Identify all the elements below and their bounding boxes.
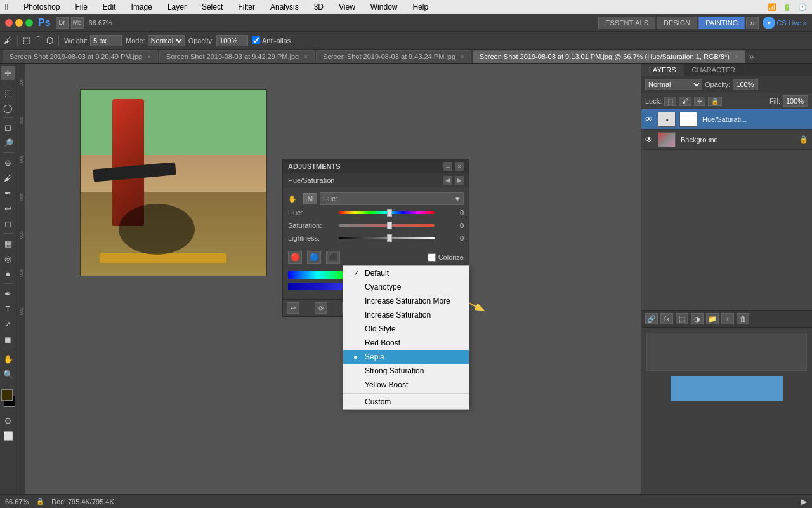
bridge-button[interactable]: Br [56, 17, 69, 29]
saturation-thumb[interactable] [387, 222, 392, 229]
layer-fx-button[interactable]: fx [660, 313, 673, 324]
clone-stamp-tool[interactable]: ✒ [1, 186, 15, 200]
hue-track[interactable] [339, 211, 435, 214]
lasso-tool[interactable]: ◯ [1, 101, 15, 115]
foreground-color-swatch[interactable] [1, 389, 13, 401]
tab-1[interactable]: Screen Shot 2019-08-03 at 9.20.49 PM.jpg… [3, 50, 158, 63]
workspace-design[interactable]: DESIGN [657, 17, 697, 29]
colorize-control[interactable]: Colorize [428, 253, 464, 262]
preset-dropdown-menu[interactable]: ✓ Default Cyanotype Increase Saturation … [343, 265, 469, 410]
eyedropper-2-button[interactable]: 🔵 [307, 251, 321, 264]
workspace-more-button[interactable]: ›› [746, 17, 759, 29]
anti-alias-checkbox[interactable] [252, 36, 260, 44]
panel-close-button[interactable]: × [455, 162, 464, 171]
dropdown-item-sepia[interactable]: ● Sepia [343, 350, 469, 364]
close-window-button[interactable] [5, 19, 13, 27]
fill-input[interactable] [783, 95, 808, 107]
spot-healing-tool[interactable]: ⊕ [1, 156, 15, 170]
history-brush-tool[interactable]: ↩ [1, 201, 15, 215]
layer-bg-eye[interactable]: 👁 [645, 135, 655, 144]
move-tool[interactable]: ✛ [1, 66, 15, 80]
menu-select[interactable]: Select [199, 3, 225, 11]
dropdown-item-cyanotype[interactable]: Cyanotype [343, 280, 469, 294]
tabs-overflow-button[interactable]: » [749, 51, 754, 62]
adj-back-history-button[interactable]: ↩ [287, 302, 299, 314]
menu-view[interactable]: View [336, 3, 358, 11]
workspace-essentials[interactable]: ESSENTIALS [598, 17, 655, 29]
tab-1-close[interactable]: × [147, 53, 151, 60]
zoom-tool[interactable]: 🔍 [1, 367, 15, 381]
tab-3[interactable]: Screen Shot 2019-08-03 at 9.43.24 PM.jpg… [316, 50, 471, 63]
dropdown-item-custom[interactable]: Custom [343, 395, 469, 409]
lock-all-button[interactable]: 🔒 [708, 97, 722, 106]
layer-group-button[interactable]: 📁 [706, 313, 719, 324]
saturation-track[interactable] [339, 224, 435, 227]
lock-move-button[interactable]: ✛ [694, 97, 705, 106]
anti-alias-control[interactable]: Anti-alias [252, 36, 291, 44]
tab-2-close[interactable]: × [304, 53, 308, 60]
menu-window[interactable]: Window [368, 3, 400, 11]
tab-3-close[interactable]: × [461, 53, 464, 60]
apple-menu[interactable]:  [5, 2, 8, 12]
adj-expand-button[interactable]: ▶ [455, 176, 464, 185]
maximize-window-button[interactable] [25, 19, 33, 27]
tab-4[interactable]: Screen Shot 2019-08-03 at 9.13.01 PM.jpg… [473, 50, 745, 63]
layer-hue-sat[interactable]: 👁 ⬥ Hue/Saturati... [641, 109, 812, 130]
lightness-thumb[interactable] [387, 234, 392, 242]
menu-layer[interactable]: Layer [165, 3, 189, 11]
path-selection-tool[interactable]: ↗ [1, 317, 15, 331]
adj-reset-button[interactable]: ⟳ [315, 302, 327, 314]
menu-help[interactable]: Help [410, 3, 431, 11]
blur-tool[interactable]: ◎ [1, 251, 15, 265]
shape-tool[interactable]: ◼ [1, 332, 15, 346]
selection-tool[interactable]: ⬚ [1, 86, 15, 100]
opacity-input[interactable] [216, 35, 248, 46]
tab-layers[interactable]: LAYERS [641, 64, 684, 76]
layer-delete-button[interactable]: 🗑 [737, 313, 749, 324]
dropdown-item-old-style[interactable]: Old Style [343, 322, 469, 336]
lock-image-button[interactable]: 🖌 [679, 97, 691, 106]
lock-transparent-button[interactable]: ⬚ [664, 97, 676, 106]
quick-mask-button[interactable]: ⊙ [1, 413, 15, 427]
workspace-painting[interactable]: PAINTING [698, 17, 745, 29]
panel-minimize-button[interactable]: – [443, 162, 452, 171]
status-arrow-right[interactable]: ▶ [801, 497, 807, 506]
preset-m-button[interactable]: M [303, 193, 317, 204]
hue-thumb[interactable] [387, 209, 392, 217]
dropdown-item-red-boost[interactable]: Red Boost [343, 336, 469, 350]
layer-mask-button[interactable]: ⬚ [676, 313, 688, 324]
menu-image[interactable]: Image [129, 3, 155, 11]
menu-3d[interactable]: 3D [311, 3, 326, 11]
menu-analysis[interactable]: Analysis [268, 3, 301, 11]
eyedropper-tool[interactable]: 🔎 [1, 136, 15, 150]
dropdown-item-yellow-boost[interactable]: Yellow Boost [343, 378, 469, 392]
tab-character[interactable]: CHARACTER [684, 64, 743, 76]
opacity-input[interactable] [733, 79, 758, 90]
tab-4-close[interactable]: × [735, 53, 738, 60]
layer-adj-button[interactable]: ◑ [691, 313, 704, 324]
menu-edit[interactable]: Edit [100, 3, 119, 11]
selection-icon[interactable]: ⬚ [23, 36, 30, 45]
pen-tool[interactable]: ✒ [1, 286, 15, 300]
layer-background[interactable]: 👁 Background 🔒 [641, 130, 812, 150]
dodge-tool[interactable]: ● [1, 267, 15, 281]
dropdown-item-strong-sat[interactable]: Strong Saturation [343, 364, 469, 378]
brush-tool[interactable]: 🖌 [1, 171, 15, 185]
crop-tool[interactable]: ⊡ [1, 121, 15, 135]
minimize-window-button[interactable] [15, 19, 23, 27]
hue-sat-dropdown-trigger[interactable]: Hue: ▼ [320, 192, 464, 205]
layer-add-button[interactable]: + [721, 313, 734, 324]
screen-mode-button[interactable]: ⬜ [1, 429, 15, 443]
mini-bridge-button[interactable]: Mb [71, 17, 84, 29]
weight-input[interactable] [90, 35, 122, 46]
polygon-icon[interactable]: ⬡ [46, 36, 53, 45]
eyedropper-3-button[interactable]: ⬛ [326, 251, 340, 264]
menu-photoshop[interactable]: Photoshop [21, 3, 62, 11]
lightness-track[interactable] [339, 237, 435, 239]
tab-2[interactable]: Screen Shot 2019-08-03 at 9.42.29 PM.jpg… [159, 50, 315, 63]
menu-file[interactable]: File [73, 3, 90, 11]
layer-hue-eye[interactable]: 👁 [645, 115, 655, 124]
colorize-checkbox[interactable] [428, 253, 436, 262]
creative-cloud-icon[interactable]: ● [763, 17, 775, 29]
mode-select[interactable]: Normal [148, 35, 185, 46]
